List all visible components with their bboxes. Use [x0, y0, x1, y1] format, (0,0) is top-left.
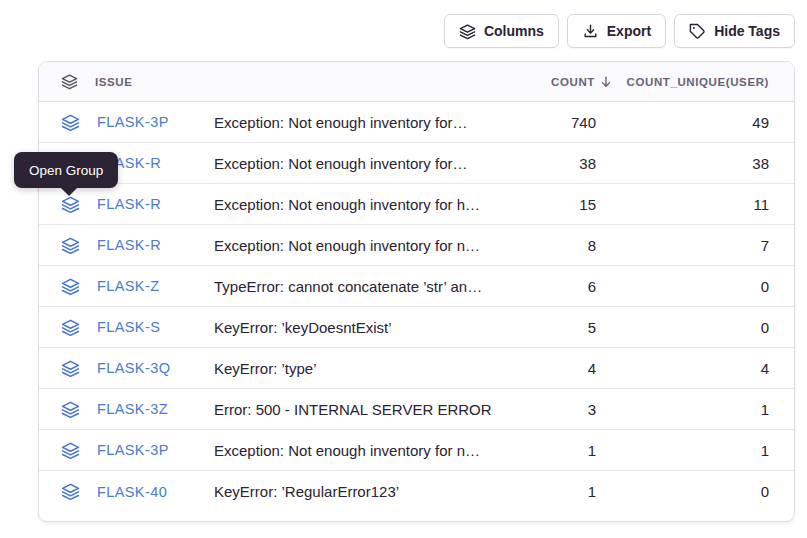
issue-id-link[interactable]: FLASK-R: [97, 237, 161, 253]
table-row: FLASK-R Exception: Not enough inventory …: [39, 143, 794, 184]
issue-id-link[interactable]: FLASK-S: [97, 319, 160, 335]
issue-cell: FLASK-Z: [61, 277, 214, 296]
issue-count-unique: 49: [596, 114, 769, 131]
issue-count: 8: [496, 237, 596, 254]
open-group-layers-icon[interactable]: [61, 318, 80, 337]
issue-count-unique: 0: [596, 483, 769, 500]
issue-cell: FLASK-R: [61, 236, 214, 255]
issue-cell: FLASK-3Q: [61, 359, 214, 378]
issue-title: Error: 500 - INTERNAL SERVER ERROR: [214, 401, 496, 418]
tag-icon: [689, 23, 706, 40]
issue-count-unique: 4: [596, 360, 769, 377]
open-group-layers-icon[interactable]: [61, 277, 80, 296]
count-column-header[interactable]: COUNT: [496, 75, 596, 89]
issue-count-unique: 0: [596, 319, 769, 336]
table-header: ISSUE COUNT COUNT_UNIQUE(USER): [39, 62, 794, 102]
issue-id-link[interactable]: FLASK-3P: [97, 442, 169, 458]
open-group-layers-icon[interactable]: [61, 482, 80, 501]
issue-title: TypeError: cannot concatenate ’str’ an…: [214, 278, 496, 295]
export-button-label: Export: [607, 23, 651, 39]
content: Columns Export: [38, 14, 795, 522]
table-row: FLASK-S KeyError: ’keyDoesntExist’ 5 0: [39, 307, 794, 348]
issue-title: Exception: Not enough inventory for…: [214, 155, 496, 172]
issue-count: 1: [496, 483, 596, 500]
issue-title: Exception: Not enough inventory for h…: [214, 196, 496, 213]
issue-count: 15: [496, 196, 596, 213]
table-row: FLASK-40 KeyError: ’RegularError123’ 1 0: [39, 471, 794, 512]
page: Columns Export: [0, 0, 807, 538]
open-group-layers-icon[interactable]: [61, 441, 80, 460]
table-row: FLASK-R Exception: Not enough inventory …: [39, 184, 794, 225]
open-group-layers-icon[interactable]: [61, 400, 80, 419]
open-group-tooltip-label: Open Group: [29, 163, 103, 178]
issue-count-unique: 38: [596, 155, 769, 172]
issue-id-link[interactable]: FLASK-3Z: [97, 401, 168, 417]
count-unique-column-header[interactable]: COUNT_UNIQUE(USER): [596, 76, 769, 88]
open-group-layers-icon[interactable]: [61, 195, 80, 214]
hide-tags-button-label: Hide Tags: [714, 23, 780, 39]
issue-column-header[interactable]: ISSUE: [61, 73, 214, 90]
issue-count: 3: [496, 401, 596, 418]
issue-id-link[interactable]: FLASK-3P: [97, 114, 169, 130]
issue-title: KeyError: ’keyDoesntExist’: [214, 319, 496, 336]
issue-count-unique: 1: [596, 401, 769, 418]
issue-count: 6: [496, 278, 596, 295]
issue-title: Exception: Not enough inventory for n…: [214, 237, 496, 254]
issue-id-link[interactable]: FLASK-R: [97, 196, 161, 212]
issue-count-unique: 0: [596, 278, 769, 295]
issue-id-link[interactable]: FLASK-40: [97, 484, 167, 500]
table-row: FLASK-Z TypeError: cannot concatenate ’s…: [39, 266, 794, 307]
table-row: FLASK-3P Exception: Not enough inventory…: [39, 102, 794, 143]
table-row: FLASK-R Exception: Not enough inventory …: [39, 225, 794, 266]
table-body: FLASK-3P Exception: Not enough inventory…: [39, 102, 794, 512]
open-group-layers-icon[interactable]: [61, 113, 80, 132]
toolbar: Columns Export: [38, 14, 795, 48]
open-group-layers-icon[interactable]: [61, 359, 80, 378]
open-group-layers-icon[interactable]: [61, 236, 80, 255]
issue-count-unique: 11: [596, 196, 769, 213]
table-row: FLASK-3Z Error: 500 - INTERNAL SERVER ER…: [39, 389, 794, 430]
issue-count: 4: [496, 360, 596, 377]
issue-count: 38: [496, 155, 596, 172]
layers-icon: [459, 23, 476, 40]
download-icon: [582, 23, 599, 40]
count-unique-column-label: COUNT_UNIQUE(USER): [627, 76, 769, 88]
columns-button-label: Columns: [484, 23, 544, 39]
issue-title: KeyError: ’RegularError123’: [214, 483, 496, 500]
issue-title: Exception: Not enough inventory for…: [214, 114, 496, 131]
table-row: FLASK-3P Exception: Not enough inventory…: [39, 430, 794, 471]
table-row: FLASK-3Q KeyError: ’type’ 4 4: [39, 348, 794, 389]
issues-table: ISSUE COUNT COUNT_UNIQUE(USER): [38, 61, 795, 522]
issue-cell: FLASK-40: [61, 482, 214, 501]
layers-icon: [61, 73, 78, 90]
issue-cell: FLASK-S: [61, 318, 214, 337]
issue-cell: FLASK-3Z: [61, 400, 214, 419]
issue-column-label: ISSUE: [95, 76, 133, 88]
issue-cell: FLASK-3P: [61, 113, 214, 132]
columns-button[interactable]: Columns: [444, 14, 559, 48]
issue-count: 1: [496, 442, 596, 459]
issue-count: 740: [496, 114, 596, 131]
issue-count-unique: 7: [596, 237, 769, 254]
open-group-tooltip: Open Group: [14, 152, 118, 188]
count-column-label: COUNT: [551, 76, 595, 88]
issue-id-link[interactable]: FLASK-Z: [97, 278, 159, 294]
hide-tags-button[interactable]: Hide Tags: [674, 14, 795, 48]
issue-id-link[interactable]: FLASK-3Q: [97, 360, 170, 376]
issue-cell: FLASK-3P: [61, 441, 214, 460]
issue-title: Exception: Not enough inventory for n…: [214, 442, 496, 459]
issue-count: 5: [496, 319, 596, 336]
issue-cell: FLASK-R: [61, 195, 214, 214]
issue-count-unique: 1: [596, 442, 769, 459]
issue-title: KeyError: ’type’: [214, 360, 496, 377]
export-button[interactable]: Export: [567, 14, 666, 48]
